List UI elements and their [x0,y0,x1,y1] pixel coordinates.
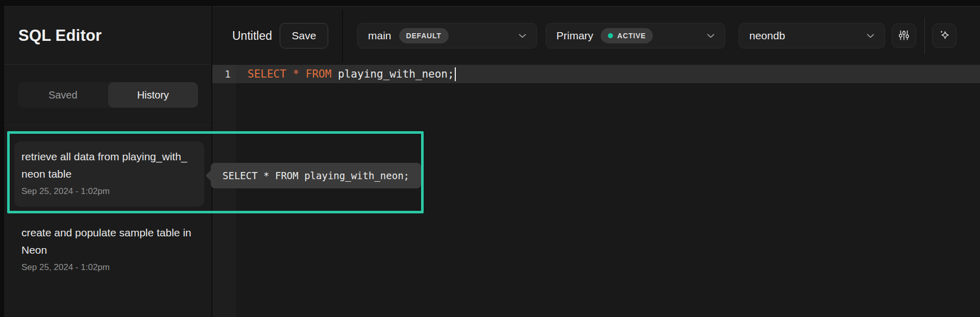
sql-keyword: FROM [306,67,332,80]
ai-assistant-button[interactable] [932,23,957,48]
line-number: 1 [212,65,236,83]
default-badge: DEFAULT [399,28,449,43]
editor-header: Untitled Save main DEFAULT Primary ACTIV… [212,7,980,65]
query-title: Untitled [232,29,272,43]
chevron-down-icon [519,34,526,38]
text-cursor [455,67,456,81]
sql-operator: * [293,67,300,80]
history-item-timestamp: Sep 25, 2024 - 1:02pm [21,262,192,273]
save-button[interactable]: Save [280,23,328,48]
branch-dropdown-value: main [368,30,391,42]
line-number-gutter [212,65,236,317]
sql-identifier: playing_with_neon; [338,67,454,80]
history-item[interactable]: create and populate sample table in Neon… [21,224,192,273]
active-badge-label: ACTIVE [617,32,646,40]
history-item-selected[interactable]: retrieve all data from playing_with_neon… [14,141,204,207]
saved-history-tabs: Saved History [18,82,198,108]
compute-dropdown[interactable]: Primary ACTIVE [546,23,725,48]
tabs-section: Saved History [4,65,211,126]
header-divider [342,10,343,62]
sidebar-header: SQL Editor [4,7,211,65]
branch-dropdown[interactable]: main DEFAULT [357,23,537,48]
page-title: SQL Editor [18,27,102,45]
history-item-timestamp: Sep 25, 2024 - 1:02pm [21,186,197,197]
sql-keyword: SELECT [248,67,286,80]
sidebar: SQL Editor Saved History retrieve all da… [4,6,211,317]
sql-editor-screen: SQL Editor Saved History retrieve all da… [0,0,980,317]
history-item-title: retrieve all data from playing_with_neon… [21,148,192,183]
sliders-icon [897,29,911,43]
tab-saved[interactable]: Saved [18,82,108,108]
editor-panel: Untitled Save main DEFAULT Primary ACTIV… [212,6,980,317]
active-status-dot [608,33,613,38]
tooltip-query-text: SELECT * FROM playing_with_neon; [223,170,409,181]
history-item-title: create and populate sample table in Neon [21,224,192,259]
header-divider [924,17,925,54]
sql-code-line: SELECT * FROM playing_with_neon; [248,67,456,81]
compute-dropdown-value: Primary [556,30,593,42]
query-preview-tooltip: SELECT * FROM playing_with_neon; [211,163,421,188]
editor-settings-button[interactable] [892,23,916,48]
tab-history[interactable]: History [108,82,199,108]
code-line-active[interactable]: 1 SELECT * FROM playing_with_neon; [212,65,980,83]
active-badge: ACTIVE [601,28,653,43]
sparkle-icon [938,29,951,43]
database-dropdown[interactable]: neondb [739,23,885,48]
chevron-down-icon [867,34,874,38]
database-dropdown-value: neondb [749,30,785,42]
chevron-down-icon [707,34,715,38]
